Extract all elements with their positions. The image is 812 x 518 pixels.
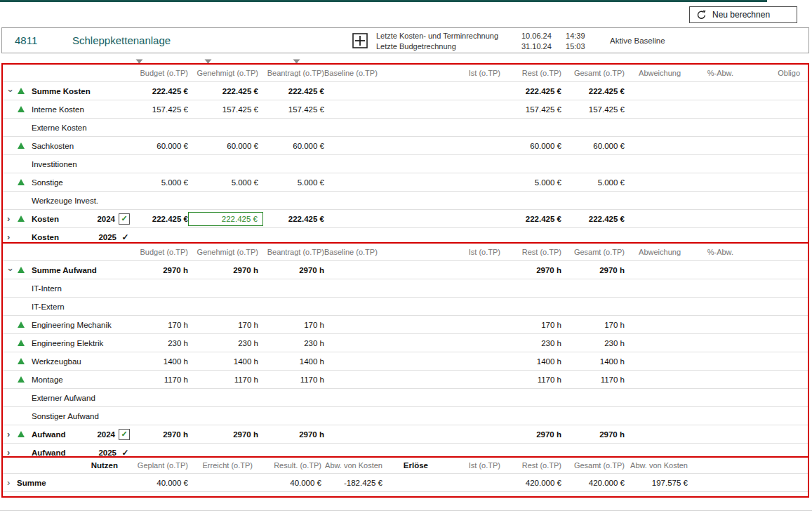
row-label: Interne Kosten (32, 105, 84, 114)
window-bottom-edge (0, 510, 812, 511)
selected-cell[interactable]: 222.425 € (188, 212, 263, 226)
cell: 420.000 € (561, 479, 625, 487)
column-header: Erreicht (o.TP) (188, 461, 253, 470)
cell: 5.000 € (258, 178, 324, 187)
triangle-up-icon (18, 431, 25, 437)
column-filter-icons (0, 56, 812, 63)
row-label-cell: Werkzeugbau (3, 352, 133, 370)
year-label: 2025 (98, 233, 117, 241)
row-label-cell: ›Aufwand2024✓ (3, 425, 133, 443)
row-label: Montage (32, 376, 63, 384)
last-cost-calc-label: Letzte Kosten- und Terminrechnung (376, 31, 498, 41)
row-label: IT-Extern (32, 303, 65, 311)
top-accent-bar (0, 0, 767, 2)
status-triangle-icon (17, 179, 32, 185)
cell: 1170 h (500, 376, 561, 384)
plus-icon[interactable] (352, 33, 368, 48)
last-calculation-dates: 10.06.24 14:39 31.10.24 15:03 (521, 31, 585, 52)
status-triangle-icon (17, 321, 32, 328)
cell: 5.000 € (188, 178, 258, 187)
table-row: ›Summe Aufwand2970 h2970 h2970 h2970 h29… (3, 261, 808, 279)
triangle-up-icon (18, 376, 25, 383)
cell: 222.425 € (500, 215, 561, 223)
refresh-icon (696, 10, 707, 20)
table-row: Werkzeuge Invest. (3, 192, 808, 210)
column-header: Abweichung (625, 248, 681, 256)
cell: 2970 h (188, 430, 258, 439)
row-label: Externe Kosten (32, 124, 87, 132)
cell: 170 h (133, 321, 188, 329)
chevron-down-icon[interactable]: › (6, 264, 15, 276)
triangle-up-icon (18, 179, 25, 185)
cell: 222.425 € (258, 87, 324, 95)
cell: 2970 h (188, 266, 258, 274)
cell: 60.000 € (133, 142, 188, 150)
cell: 170 h (188, 321, 258, 329)
chevron-right-icon[interactable]: › (5, 430, 17, 439)
status-triangle-icon (17, 142, 32, 149)
year-checkmark[interactable]: ✓ (120, 232, 131, 242)
cell: 2970 h (561, 266, 625, 274)
costs-table: Budget (o.TP)Genehmigt (o.TP)Beantragt (… (1, 63, 809, 247)
table-row: Engineering Elektrik230 h230 h230 h230 h… (3, 334, 808, 352)
cell: 40.000 € (118, 479, 188, 487)
column-header: Genehmigt (o.TP) (188, 248, 258, 256)
column-header: Budget (o.TP) (133, 248, 188, 256)
last-budget-calc-label: Letzte Budgetrechnung (376, 41, 498, 52)
table-row: Sonstige5.000 €5.000 €5.000 €5.000 €5.00… (3, 173, 808, 192)
cell: 222.425 € (133, 215, 188, 223)
cell: 60.000 € (561, 142, 625, 150)
table-row: Externe Kosten (3, 119, 808, 137)
chevron-right-icon[interactable]: › (5, 478, 17, 487)
row-label-cell: Interne Kosten (3, 100, 133, 118)
row-label: Summe Aufwand (32, 266, 97, 274)
table-row: Montage1170 h1170 h1170 h1170 h1170 h (3, 371, 808, 389)
cell: 40.000 € (253, 479, 321, 487)
last-budget-calc-datetime: 31.10.24 15:03 (521, 41, 585, 52)
check-icon: ✓ (121, 430, 127, 438)
cell: 2970 h (561, 430, 625, 439)
column-header: Rest (o.TP) (500, 69, 561, 77)
cell: 222.425 € (561, 87, 625, 95)
status-triangle-icon (17, 340, 32, 346)
row-label: Investitionen (32, 160, 77, 168)
row-label: Kosten (32, 233, 59, 241)
project-name: Schleppkettenanlage (72, 34, 171, 46)
column-header: Rest (o.TP) (500, 248, 561, 256)
column-header: Beantragt (o.TP) (258, 248, 324, 256)
column-header: %-Abw. (681, 69, 733, 77)
active-baseline-label: Aktive Baseline (610, 36, 665, 45)
year-checkbox[interactable]: ✓ (119, 213, 130, 225)
year-label: 2024 (97, 430, 115, 439)
table-row: Werkzeugbau1400 h1400 h1400 h1400 h1400 … (3, 352, 808, 371)
row-label: Engineering Elektrik (32, 339, 103, 347)
chevron-right-icon[interactable]: › (5, 214, 17, 223)
status-triangle-icon (17, 358, 32, 364)
cell: 157.425 € (258, 105, 324, 114)
cell: 1170 h (561, 376, 625, 384)
row-label-cell: ›Kosten2024✓ (3, 210, 133, 227)
table-row: ›Aufwand2024✓2970 h2970 h2970 h2970 h297… (3, 425, 808, 444)
triangle-up-icon (18, 88, 25, 94)
cell: 5.000 € (133, 178, 188, 187)
column-header: Gesamt (o.TP) (561, 69, 625, 77)
status-triangle-icon (17, 106, 32, 112)
recalculate-button[interactable]: Neu berechnen (689, 6, 797, 23)
cell: 197.575 € (625, 479, 688, 487)
chevron-right-icon[interactable]: › (5, 232, 17, 241)
chevron-down-icon[interactable]: › (6, 85, 15, 97)
column-header: Budget (o.TP) (133, 69, 188, 77)
year-checkbox[interactable]: ✓ (119, 429, 130, 440)
table-row: Interne Kosten157.425 €157.425 €157.425 … (3, 100, 808, 119)
table-row: Sonstiger Aufwand (3, 407, 808, 425)
row-label-cell: Werkzeuge Invest. (3, 192, 133, 209)
row-label-cell: Externer Aufwand (3, 389, 133, 406)
row-label: Kosten (32, 215, 59, 223)
status-triangle-icon (17, 267, 32, 273)
row-label: Aufwand (32, 449, 66, 457)
cell: 1170 h (258, 376, 324, 384)
column-header: Obligo (733, 69, 800, 77)
cell: 60.000 € (258, 142, 324, 150)
cell: 222.425 € (500, 87, 561, 95)
cell: 5.000 € (561, 178, 625, 187)
